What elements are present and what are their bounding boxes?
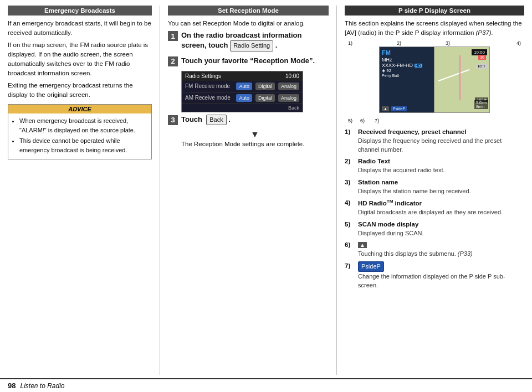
map-panel: 10:00 30 RTT 102 ft 5.0km8min <box>434 47 489 113</box>
advice-content: When emergency broadcast is received, "A… <box>8 114 151 159</box>
col-divider-1 <box>160 6 160 375</box>
advice-item-1: When emergency broadcast is received, "A… <box>19 116 147 135</box>
col-divider-2 <box>336 6 337 375</box>
item-5-title: SCAN mode display <box>358 220 424 229</box>
label-4: 4) <box>516 40 521 46</box>
right-column: P side P Display Screen This section exp… <box>345 6 524 375</box>
right-intro-text: This section explains the screens displa… <box>345 20 522 36</box>
screen-row-am: AM Receive mode Auto Digital Analog <box>182 92 303 104</box>
time-display: 10:00 <box>472 49 487 55</box>
item-2-content: Radio Text Displays the acquired radio t… <box>358 157 445 174</box>
advice-item-2: This device cannot be operated while eme… <box>19 136 147 154</box>
step-1-text: On the radio broadcast information scree… <box>181 30 329 51</box>
step-3-text: Touch Back . <box>181 115 231 125</box>
bottom-controls: ▲ PsideP <box>380 106 435 111</box>
left-body-3: Exiting the emergency broadcast returns … <box>8 81 152 100</box>
right-section-header: P side P Display Screen <box>345 6 524 16</box>
screen-time: 10:00 <box>285 73 299 79</box>
footer-title: Listen to Radio <box>20 382 64 390</box>
fm-digital-btn[interactable]: Digital <box>255 82 275 90</box>
item-5-desc: Displayed during SCAN. <box>358 230 424 236</box>
screen-labels-top: 1) 2) 3) 4) <box>345 40 524 46</box>
screen-title: Radio Settings <box>185 73 221 79</box>
fm-receive-label: FM Receive mode <box>185 83 233 89</box>
am-auto-btn[interactable]: Auto <box>236 94 252 102</box>
right-intro: This section explains the screens displa… <box>345 19 524 38</box>
item-4-content: HD RadioTM indicator Digital broadcasts … <box>358 198 503 216</box>
item-3-title: Station name <box>358 178 471 187</box>
am-analog-btn[interactable]: Analog <box>278 94 299 102</box>
station-display: ◈ 92Perry Butt <box>382 68 433 78</box>
screen-labels-bottom: 5) 6) 7) <box>345 117 524 124</box>
screen-header: Radio Settings 10:00 <box>182 71 303 81</box>
item-4-desc: Digital broadcasts are displayed as they… <box>358 209 503 215</box>
item-7-content: PsideP Change the information displayed … <box>358 261 524 290</box>
item-4-title: HD RadioTM indicator <box>358 198 503 208</box>
label-5: 5) <box>348 118 352 123</box>
back-btn[interactable]: Back <box>206 115 226 125</box>
step-1-num: 1 <box>168 31 178 41</box>
dist-badge-2: 5.0km8min <box>474 100 488 109</box>
label-3: 3) <box>446 40 450 46</box>
left-body-1: If an emergency broadcast starts, it wil… <box>8 19 152 38</box>
label-1: 1) <box>348 40 352 46</box>
item-7-desc: Change the information displayed on the … <box>358 273 505 288</box>
item-6-num: 6) <box>345 240 356 249</box>
page-footer: 98 Listen to Radio <box>0 378 532 392</box>
step-3: 3 Touch Back . <box>168 115 329 125</box>
label-7: 7) <box>375 118 379 123</box>
map-road-2 <box>459 55 461 100</box>
item-6-content: ▲ Touching this displays the submenu. (P… <box>358 240 473 258</box>
arrow-down: ▼ <box>181 130 329 140</box>
radio-setting-btn[interactable]: Radio Setting <box>230 40 273 51</box>
scan-btn[interactable]: ▲ <box>382 106 389 111</box>
item-2-desc: Displays the acquired radio text. <box>358 167 445 173</box>
item-3-content: Station name Displays the station name b… <box>358 178 471 195</box>
item-6-desc: Touching this displays the submenu. (P33… <box>358 250 473 257</box>
right-intro-ref: (P37). <box>476 29 493 36</box>
item-2-num: 2) <box>345 157 356 166</box>
am-digital-btn[interactable]: Digital <box>255 94 275 102</box>
mid-column: Set Reception Mode You can set Reception… <box>168 6 329 375</box>
pside-screen: FM MHzXXXX-FM-HD HD ◈ 92Perry Butt ▲ Psi… <box>379 47 490 113</box>
freq-display: MHzXXXX-FM-HD HD <box>382 57 433 68</box>
item-3-desc: Displays the station name being received… <box>358 188 471 194</box>
pside-btn[interactable]: PsideP <box>391 106 407 111</box>
radio-settings-screen: Radio Settings 10:00 FM Receive mode Aut… <box>181 71 303 112</box>
item-3-num: 3) <box>345 178 356 187</box>
step-3-touch: Touch <box>181 115 202 123</box>
left-section-header: Emergency Broadcasts <box>8 6 152 16</box>
item-2-title: Radio Text <box>358 157 445 166</box>
step-1: 1 On the radio broadcast information scr… <box>168 30 329 51</box>
step-2: 2 Touch your favorite “Reception Mode”. <box>168 56 329 66</box>
page: Emergency Broadcasts If an emergency bro… <box>0 0 532 392</box>
hd-badge: HD <box>415 64 422 68</box>
item-7-title: PsideP <box>358 261 524 272</box>
screen-row-fm: FM Receive mode Auto Digital Analog <box>182 81 303 92</box>
step-1-trailing: . <box>275 41 278 49</box>
fm-indicator: FM <box>382 49 433 56</box>
complete-text: The Reception Mode settings are complete… <box>181 141 329 147</box>
pside-item-4: 4) HD RadioTM indicator Digital broadcas… <box>345 198 524 216</box>
item-6-title: ▲ <box>358 240 473 249</box>
pside-item-3: 3) Station name Displays the station nam… <box>345 178 524 195</box>
mid-intro: You can set Reception Mode to digital or… <box>168 19 329 28</box>
item-7-num: 7) <box>345 261 356 270</box>
advice-header: ADVICE <box>8 105 151 114</box>
pside-left-panel: FM MHzXXXX-FM-HD HD ◈ 92Perry Butt ▲ Psi… <box>380 47 435 113</box>
fm-auto-btn[interactable]: Auto <box>236 82 252 90</box>
item-1-desc: Displays the frequency being received an… <box>358 137 502 153</box>
content-area: Emergency Broadcasts If an emergency bro… <box>0 0 532 375</box>
label-2: 2) <box>397 40 401 46</box>
screen-footer-back: Back <box>182 104 303 112</box>
fm-analog-btn[interactable]: Analog <box>278 82 299 90</box>
map-road-1 <box>438 69 469 81</box>
advice-box: ADVICE When emergency broadcast is recei… <box>8 104 152 159</box>
label-6: 6) <box>360 118 365 123</box>
step-2-text: Touch your favorite “Reception Mode”. <box>181 56 315 66</box>
pside-item-7: 7) PsideP Change the information display… <box>345 261 524 290</box>
am-receive-label: AM Receive mode <box>185 95 233 101</box>
step-2-num: 2 <box>168 56 178 66</box>
item-1-content: Received frequency, preset channel Displ… <box>358 127 524 154</box>
step-3-num: 3 <box>168 115 178 125</box>
